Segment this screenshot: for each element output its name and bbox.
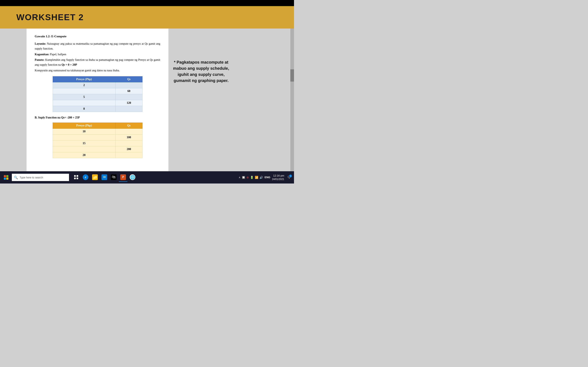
panuto-text: Kumpletuhin ang Supply function sa ibaba…	[35, 58, 160, 66]
table-cell: 8	[53, 106, 115, 112]
chrome-icon: 🌐	[130, 174, 135, 180]
table-cell	[115, 152, 142, 158]
table-cell: 2	[53, 82, 115, 88]
search-input[interactable]: Type here to search	[20, 176, 43, 179]
table-row: 20	[53, 152, 142, 158]
table-a: Presyo (Php) Qs 2 60 5	[53, 76, 143, 112]
header-section: WORKSHEET 2	[0, 6, 294, 29]
table-row: 2	[53, 82, 142, 88]
layunin-paragraph: Layunin: Naiuugnay ang paksa sa matemati…	[35, 42, 160, 51]
table-b-header-qs: Qs	[115, 123, 142, 128]
table-row: 10	[53, 128, 142, 134]
svg-rect-6	[74, 178, 76, 179]
table-cell	[115, 82, 142, 88]
table-cell: 60	[115, 88, 142, 94]
right-panel: * Pagkatapos macompute at mabuo ang supp…	[168, 29, 294, 171]
language-indicator: ENG	[265, 176, 270, 179]
search-icon: 🔍	[14, 175, 18, 179]
chrome-app[interactable]: 🌐	[128, 173, 137, 182]
svg-rect-4	[74, 175, 76, 177]
table-b-header-presyo: Presyo (Php)	[53, 123, 115, 128]
date-display: 24/01/2021	[272, 178, 284, 181]
svg-rect-1	[6, 175, 8, 177]
svg-rect-7	[77, 178, 78, 179]
table-a-header-qs: Qs	[115, 76, 142, 82]
taskbar-apps: e 📁 ✉ 🛍 P 🌐	[72, 173, 137, 182]
kagamitan-text: Papel, ballpen	[50, 53, 66, 56]
store-icon: 🛍	[111, 174, 117, 180]
table-cell	[53, 146, 115, 152]
task-view-button[interactable]	[72, 173, 80, 182]
table-cell: 200	[115, 146, 142, 152]
table-cell	[115, 106, 142, 112]
notification-button[interactable]: 🗨 1	[286, 174, 292, 181]
wifi-icon: 📶	[255, 176, 258, 179]
table-a-header-presyo: Presyo (Php)	[53, 76, 115, 82]
section-b-title: B. Suply Function na Qs= -200 + 25P	[35, 116, 160, 119]
file-explorer-icon: 📁	[92, 174, 98, 180]
table-b-wrapper: Presyo (Php) Qs 10 100 15	[53, 123, 143, 158]
table-a-wrapper: Presyo (Php) Qs 2 60 5	[53, 76, 143, 112]
panuto-label: Panuto:	[35, 58, 44, 61]
table-cell: 5	[53, 94, 115, 100]
clock: 12:16 pm 24/01/2021	[272, 174, 284, 181]
top-black-bar	[0, 0, 294, 6]
tray-icon-1: 🔲	[242, 176, 245, 179]
table-cell	[53, 100, 115, 106]
table-b: Presyo (Php) Qs 10 100 15	[53, 123, 143, 158]
table-cell: 10	[53, 128, 115, 134]
formula-text: Qs = 0 + 20P	[61, 63, 77, 66]
kagamitan-label: Kagamitan:	[35, 53, 49, 56]
table-row: 100	[53, 134, 142, 140]
tray-expand-icon[interactable]: ∧	[239, 176, 241, 179]
table-row: 8	[53, 106, 142, 112]
store-app[interactable]: 🛍	[109, 173, 118, 182]
table-cell	[53, 134, 115, 140]
table-row: 5	[53, 94, 142, 100]
page-title: WORKSHEET 2	[16, 12, 84, 22]
layunin-label: Layunin:	[35, 42, 46, 45]
table-cell	[115, 140, 142, 146]
side-note-text: * Pagkatapos macompute at mabuo ang supp…	[173, 35, 230, 83]
layunin-text: Naiuugnay ang paksa sa matematika sa pam…	[35, 42, 160, 50]
volume-icon: 🔊	[259, 176, 263, 179]
left-sidebar	[0, 29, 26, 171]
start-button[interactable]	[2, 173, 11, 182]
task-view-icon	[73, 174, 79, 180]
svg-rect-0	[4, 175, 6, 177]
svg-rect-3	[6, 178, 8, 180]
table-cell	[115, 128, 142, 134]
table-cell: 20	[53, 152, 115, 158]
table-cell	[53, 88, 115, 94]
table-cell: 15	[53, 140, 115, 146]
notification-badge: 1	[289, 175, 292, 177]
security-icon: ⊗	[246, 176, 249, 179]
taskbar: 🔍 Type here to search e 📁 ✉ 🛍	[0, 171, 294, 184]
battery-icon: 🔋	[250, 176, 254, 179]
powerpoint-icon: P	[120, 174, 126, 180]
panuto-paragraph: Panuto: Kumpletuhin ang Supply function …	[35, 58, 160, 67]
section-title: Gawain 1.2: E-Compute	[35, 35, 160, 38]
mail-icon: ✉	[102, 174, 107, 180]
time-display: 12:16 pm	[272, 174, 284, 178]
file-explorer-app[interactable]: 📁	[91, 173, 99, 182]
table-row: 120	[53, 100, 142, 106]
svg-rect-5	[77, 175, 78, 177]
taskbar-right: ∧ 🔲 ⊗ 🔋 📶 🔊 ENG 12:16 pm 24/01/2021 🗨 1	[239, 174, 292, 181]
side-note-area: * Pagkatapos macompute at mabuo ang supp…	[168, 29, 294, 171]
table-cell: 100	[115, 134, 142, 140]
powerpoint-app[interactable]: P	[119, 173, 127, 182]
search-bar[interactable]: 🔍 Type here to search	[12, 174, 69, 181]
table-row: 200	[53, 146, 142, 152]
edge-app[interactable]: e	[81, 173, 90, 182]
scrollbar[interactable]	[290, 29, 294, 171]
table-row: 15	[53, 140, 142, 146]
mail-app[interactable]: ✉	[100, 173, 109, 182]
table-cell: 120	[115, 100, 142, 106]
system-tray-icons: ∧ 🔲 ⊗ 🔋 📶 🔊	[239, 176, 263, 179]
kagamitan-paragraph: Kagamitan: Papel, ballpen	[35, 52, 160, 57]
edge-icon: e	[83, 174, 88, 180]
kompyutin-text: Kompyutin ang sumusunod na talahanayan g…	[35, 68, 160, 73]
content-area: Gawain 1.2: E-Compute Layunin: Naiuugnay…	[0, 29, 294, 171]
scrollbar-thumb[interactable]	[290, 69, 294, 82]
